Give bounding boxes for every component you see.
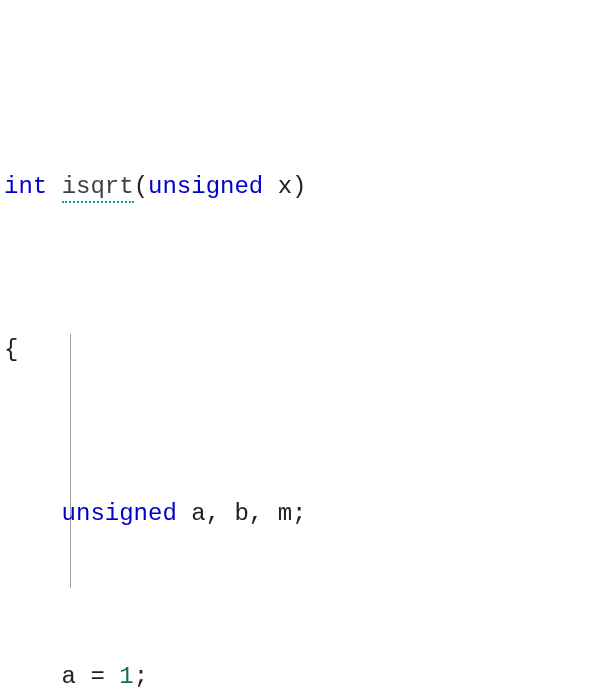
keyword-unsigned: unsigned bbox=[148, 173, 263, 200]
brace-open: { bbox=[4, 336, 18, 363]
code-line: int isqrt(unsigned x) bbox=[4, 167, 612, 208]
code-line: a = 1; bbox=[4, 657, 612, 690]
code-line: { bbox=[4, 330, 612, 371]
param-x: x bbox=[278, 173, 292, 200]
code-viewer: int isqrt(unsigned x) { unsigned a, b, m… bbox=[0, 0, 612, 690]
keyword-int: int bbox=[4, 173, 47, 200]
function-name: isqrt bbox=[62, 173, 134, 203]
indent-guide bbox=[70, 334, 71, 588]
code-line: unsigned a, b, m; bbox=[4, 494, 612, 535]
keyword-unsigned: unsigned bbox=[62, 500, 177, 527]
